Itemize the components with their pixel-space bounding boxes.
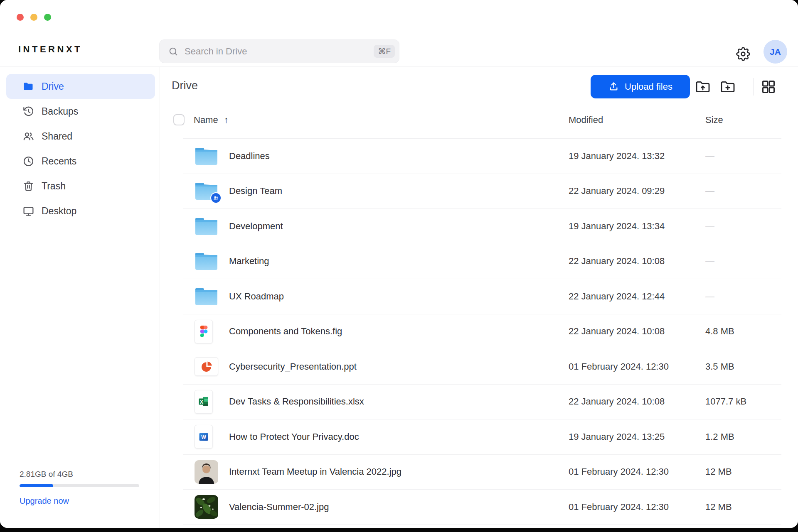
grid-view-icon [761,79,776,95]
file-icon-cell [183,357,229,376]
file-modified: 22 January 2024. 10:08 [569,256,705,267]
file-name: Deadlines [229,151,569,162]
main-content: Drive Upload files Name↑ Modified Size [160,67,798,528]
file-size: 1.2 MB [705,431,781,442]
users-icon [22,130,34,142]
file-size: 4.8 MB [705,326,781,337]
table-header: Name↑ Modified Size [160,113,781,136]
table-row[interactable]: Internxt Team Meetup in Valencia 2022.jp… [183,455,781,490]
folder-icon [195,147,218,166]
file-icon-cell [183,181,229,201]
minimize-window-button[interactable] [30,14,37,21]
excel-file-icon: X [195,390,213,414]
storage-progress-bar [20,484,139,487]
avatar[interactable]: JA [764,40,787,64]
file-icon-cell [183,287,229,306]
search-icon [168,46,179,57]
file-name: Dev Tasks & Responsibilities.xlsx [229,396,569,407]
file-name: Development [229,221,569,232]
file-modified: 22 January 2024. 12:44 [569,291,705,302]
table-row[interactable]: X Dev Tasks & Responsibilities.xlsx 22 J… [183,385,781,420]
file-size: — [705,186,781,196]
file-modified: 22 January 2024. 10:08 [569,326,705,337]
sidebar-nav: Drive Backups Shared Recents Trash Deskt… [6,74,155,223]
sidebar-item-label: Desktop [42,206,76,217]
table-row[interactable]: W How to Protect Your Privacy.doc 19 Jan… [183,419,781,455]
file-size: 1077.7 kB [705,396,781,407]
sort-ascending-icon: ↑ [224,115,229,125]
clock-icon [22,155,34,167]
close-window-button[interactable] [17,14,24,21]
table-row[interactable]: Cybersecurity_Presentation.ppt 01 Februa… [183,349,781,385]
table-row[interactable]: Marketing 22 January 2024. 10:08 — [183,244,781,279]
photo-portrait-icon [195,460,218,484]
sidebar-item-trash[interactable]: Trash [6,174,155,199]
file-size: — [705,221,781,232]
file-modified: 22 January 2024. 10:08 [569,396,705,407]
sidebar-item-label: Trash [42,181,66,192]
folder-icon [195,287,218,306]
table-row[interactable]: Components and Tokens.fig 22 January 202… [183,314,781,350]
word-file-icon: W [195,425,213,449]
folder-plus-icon [719,78,736,95]
table-row[interactable]: Design Team 22 January 2024. 09:29 — [183,174,781,209]
file-modified: 19 January 2024. 13:34 [569,221,705,232]
file-icon-cell: W [183,425,229,449]
app-window: INTERNXT ⌘F JA Drive Backups Shared Rece… [0,0,798,528]
page-title: Drive [172,79,198,92]
sidebar-item-desktop[interactable]: Desktop [6,199,155,223]
search-bar[interactable]: ⌘F [159,39,399,63]
upload-folder-button[interactable] [693,77,712,96]
column-header-name[interactable]: Name↑ [194,115,229,125]
sidebar-item-label: Recents [42,156,76,167]
select-all-checkbox[interactable] [173,114,185,125]
sidebar-item-recents[interactable]: Recents [6,149,155,174]
file-modified: 01 February 2024. 12:30 [569,466,705,477]
upgrade-now-link[interactable]: Upgrade now [20,496,69,506]
history-icon [22,105,34,118]
powerpoint-file-icon [195,357,218,376]
file-size: — [705,291,781,302]
file-modified: 01 February 2024. 12:30 [569,361,705,372]
search-input[interactable] [185,46,374,57]
table-row[interactable]: Development 19 January 2024. 13:34 — [183,209,781,244]
file-name: Cybersecurity_Presentation.ppt [229,361,569,372]
upload-files-label: Upload files [625,81,672,92]
file-icon-cell [183,217,229,236]
file-modified: 01 February 2024. 12:30 [569,502,705,512]
file-name: Components and Tokens.fig [229,326,569,337]
file-icon-cell [183,320,229,343]
folder-icon [22,80,34,93]
svg-text:W: W [201,434,206,440]
file-size: — [705,151,781,162]
sidebar-item-drive[interactable]: Drive [6,74,155,99]
file-icon-cell [183,252,229,271]
file-list: Deadlines 19 January 2024. 13:32 — Desig… [183,138,781,525]
file-name: Valencia-Summer-02.jpg [229,502,569,512]
search-shortcut-badge: ⌘F [374,45,395,58]
sidebar-item-label: Drive [42,81,64,92]
internxt-logo: INTERNXT [18,44,82,55]
table-row[interactable]: UX Roadmap 22 January 2024. 12:44 — [183,279,781,314]
table-row[interactable]: Valencia-Summer-02.jpg 01 February 2024.… [183,490,781,525]
grid-view-button[interactable] [759,77,778,96]
folder-shared-icon [195,181,218,201]
maximize-window-button[interactable] [44,14,51,21]
file-name: How to Protect Your Privacy.doc [229,431,569,442]
column-header-size[interactable]: Size [705,115,723,125]
storage-progress-fill [20,484,53,487]
sidebar-item-label: Shared [42,131,72,142]
toolbar-divider [754,78,754,96]
file-modified: 22 January 2024. 09:29 [569,186,705,196]
sidebar-item-label: Backups [42,106,78,117]
shared-badge [210,192,222,203]
upload-files-button[interactable]: Upload files [591,75,690,98]
sidebar-item-shared[interactable]: Shared [6,124,155,149]
top-bar: INTERNXT ⌘F JA [0,0,798,66]
column-header-modified[interactable]: Modified [569,115,603,125]
create-folder-button[interactable] [718,77,737,96]
table-row[interactable]: Deadlines 19 January 2024. 13:32 — [183,139,781,174]
settings-button[interactable] [734,45,752,63]
sidebar-item-backups[interactable]: Backups [6,99,155,124]
file-icon-cell [183,147,229,166]
